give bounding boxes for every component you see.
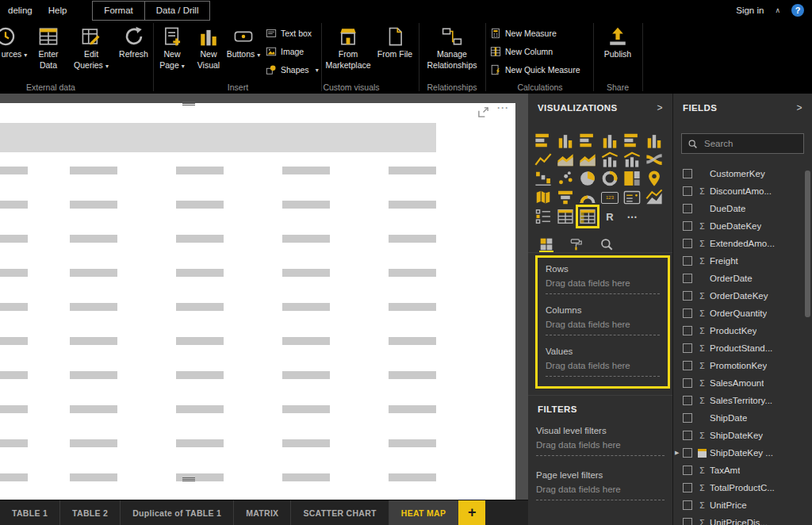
new-measure-button[interactable]: New Measure [485, 27, 580, 40]
field-list-item[interactable]: ΣDiscountAmo... [673, 182, 812, 200]
field-checkbox[interactable] [683, 169, 692, 178]
visual-more-options-icon[interactable]: ⋯ [496, 101, 509, 115]
enter-data-button[interactable]: Enter Data [29, 21, 68, 82]
field-checkbox[interactable] [683, 186, 692, 196]
field-list-item[interactable]: ΣSalesAmount [673, 374, 812, 392]
field-list-item[interactable]: ΣOrderQuantity [673, 305, 812, 322]
more-visuals-icon[interactable]: ⋯ [623, 208, 641, 225]
field-list-item[interactable]: OrderDate [673, 270, 812, 287]
search-input[interactable] [703, 138, 798, 149]
r-script-icon[interactable]: R [601, 208, 619, 225]
field-checkbox[interactable] [683, 326, 692, 335]
collapse-ribbon-icon[interactable]: ∧ [775, 6, 780, 14]
collapse-panel-icon[interactable]: > [657, 102, 663, 113]
kpi-icon[interactable] [645, 189, 663, 206]
field-list-item[interactable]: ΣDueDateKey [673, 217, 812, 235]
help-icon[interactable]: ? [791, 4, 804, 17]
field-checkbox[interactable] [683, 308, 692, 318]
format-tab[interactable] [569, 237, 584, 252]
field-list-item[interactable]: ΣUnitPrice [673, 496, 812, 514]
manage-relationships-button[interactable]: Manage Relationships [419, 21, 485, 82]
field-list-item[interactable]: ΣTotalProductC... [673, 479, 812, 496]
stacked-bar-chart-icon[interactable] [534, 132, 552, 149]
field-checkbox[interactable] [683, 343, 692, 353]
publish-button[interactable]: Publish [593, 21, 642, 82]
field-list-item[interactable]: CustomerKey [673, 165, 812, 182]
line-chart-icon[interactable] [534, 151, 552, 168]
recent-sources-button[interactable]: urces▾ [0, 21, 29, 82]
field-checkbox[interactable] [683, 204, 692, 213]
refresh-button[interactable]: Refresh [114, 21, 153, 82]
expand-icon[interactable]: ▶ [675, 450, 679, 456]
field-checkbox[interactable] [683, 483, 692, 492]
field-search-box[interactable] [681, 133, 804, 154]
collapse-panel-icon[interactable]: > [797, 102, 802, 113]
treemap-icon[interactable] [623, 170, 641, 187]
field-list-item[interactable]: ΣUnitPriceDis... [673, 514, 812, 525]
field-checkbox[interactable] [683, 413, 692, 423]
field-list-item[interactable]: ΣFreight [673, 252, 812, 270]
field-list-item[interactable]: ΣPromotionKey [673, 357, 812, 374]
filled-map-icon[interactable] [534, 189, 552, 206]
values-dropzone[interactable]: Drag data fields here [546, 361, 660, 377]
field-checkbox[interactable] [683, 431, 692, 440]
new-column-button[interactable]: New Column [485, 45, 580, 58]
page-tab-matrix[interactable]: MATRIX [234, 500, 291, 525]
card-icon[interactable]: 123 [601, 189, 619, 206]
field-checkbox[interactable] [683, 448, 692, 458]
fields-scrollbar[interactable] [805, 171, 810, 317]
field-checkbox[interactable] [683, 466, 692, 475]
field-list-item[interactable]: ΣProductKey [673, 322, 812, 339]
page-tab-table-2[interactable]: TABLE 2 [60, 500, 121, 525]
columns-dropzone[interactable]: Drag data fields here [546, 320, 660, 335]
edit-queries-button[interactable]: Edit Queries▾ [68, 21, 114, 82]
map-icon[interactable] [645, 170, 663, 187]
pie-chart-icon[interactable] [579, 170, 596, 187]
ribbon-chart-icon[interactable] [645, 151, 663, 168]
field-list-item[interactable]: ΣOrderDateKey [673, 287, 812, 305]
analytics-tab[interactable] [599, 237, 614, 252]
tab-modeling-cut[interactable]: deling [0, 0, 40, 21]
add-page-button[interactable]: + [458, 500, 485, 525]
field-list-item[interactable]: DueDate [673, 200, 812, 217]
new-page-button[interactable]: New Page▾ [153, 21, 191, 82]
multi-row-card-icon[interactable] [623, 189, 641, 206]
field-list-item[interactable]: ▶ShipDateKey ... [673, 444, 812, 462]
field-checkbox[interactable] [683, 256, 692, 266]
from-file-button[interactable]: From File [375, 21, 415, 82]
page-tab-scatter-chart[interactable]: SCATTER CHART [291, 500, 389, 525]
line-clustered-column-chart-icon[interactable] [623, 151, 641, 168]
field-checkbox[interactable] [683, 239, 692, 248]
stacked-area-chart-icon[interactable] [579, 151, 596, 168]
image-button[interactable]: Image [261, 45, 319, 58]
hundred-stacked-column-chart-icon[interactable] [645, 132, 663, 149]
field-list-item[interactable]: ShipDate [673, 409, 812, 427]
field-checkbox[interactable] [683, 291, 692, 301]
new-visual-button[interactable]: New Visual [191, 21, 226, 82]
sign-in-link[interactable]: Sign in [736, 6, 764, 15]
resize-handle-top[interactable] [182, 102, 195, 105]
hundred-stacked-bar-chart-icon[interactable] [623, 132, 641, 149]
from-marketplace-button[interactable]: From Marketplace [321, 21, 375, 82]
tab-format[interactable]: Format [93, 2, 144, 20]
table-icon[interactable] [557, 208, 574, 225]
field-checkbox[interactable] [683, 274, 692, 283]
field-list-item[interactable]: ΣShipDateKey [673, 427, 812, 444]
tab-data-drill[interactable]: Data / Drill [144, 2, 210, 20]
waterfall-chart-icon[interactable] [534, 170, 552, 187]
tab-help[interactable]: Help [40, 0, 75, 21]
scatter-chart-icon[interactable] [557, 170, 574, 187]
field-checkbox[interactable] [683, 518, 692, 525]
fields-well-tab[interactable] [539, 237, 553, 252]
field-list-item[interactable]: ΣProductStand... [673, 339, 812, 357]
clustered-bar-chart-icon[interactable] [579, 132, 596, 149]
resize-handle-bottom[interactable] [182, 477, 195, 481]
field-checkbox[interactable] [683, 361, 692, 370]
area-chart-icon[interactable] [557, 151, 574, 168]
page-tab-duplicate-of-table-1[interactable]: Duplicate of TABLE 1 [121, 500, 234, 525]
report-canvas[interactable]: ⋯ [0, 94, 528, 500]
slicer-icon[interactable] [534, 208, 552, 225]
visual-level-filters-dropzone[interactable]: Drag data fields here [536, 440, 665, 456]
focus-mode-icon[interactable] [477, 106, 489, 118]
field-list-item[interactable]: ΣSalesTerritory... [673, 392, 812, 409]
